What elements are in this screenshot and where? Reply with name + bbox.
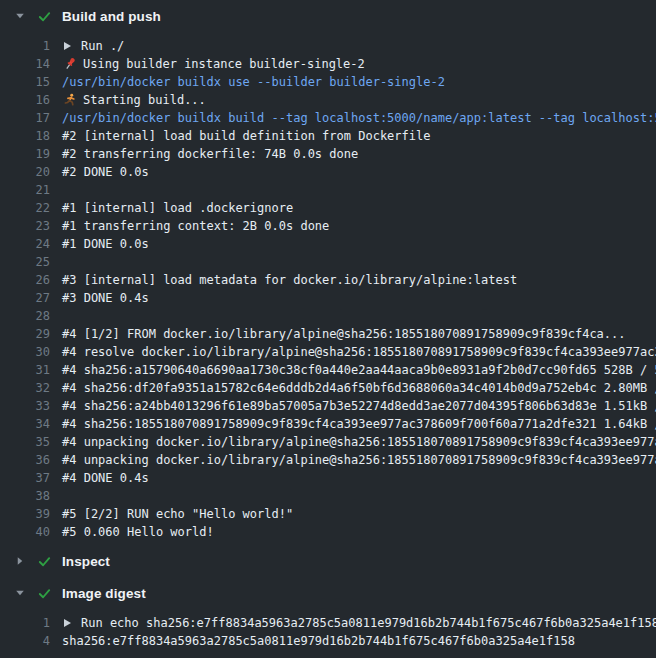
- log-line: 18#2 [internal] load build definition fr…: [0, 127, 656, 145]
- line-number[interactable]: 22: [0, 199, 62, 217]
- line-number[interactable]: 14: [0, 55, 62, 73]
- log-line: 1Run ./: [0, 37, 656, 55]
- log-line: 26#3 [internal] load metadata for docker…: [0, 271, 656, 289]
- check-icon: [36, 553, 52, 569]
- log-line: 27#3 DONE 0.4s: [0, 289, 656, 307]
- check-icon: [36, 8, 52, 24]
- line-number[interactable]: 1: [0, 37, 62, 55]
- chevron-down-icon: [12, 8, 28, 24]
- log-text: #3 [internal] load metadata for docker.i…: [62, 271, 517, 289]
- line-number[interactable]: 31: [0, 361, 62, 379]
- log-text: #1 transferring context: 2B 0.0s done: [62, 217, 329, 235]
- play-arrow-icon[interactable]: [62, 41, 73, 52]
- line-number[interactable]: 36: [0, 451, 62, 469]
- line-number[interactable]: 15: [0, 73, 62, 91]
- line-number[interactable]: 30: [0, 343, 62, 361]
- line-number[interactable]: 38: [0, 487, 62, 505]
- line-number[interactable]: 27: [0, 289, 62, 307]
- log-line: 19#2 transferring dockerfile: 74B 0.0s d…: [0, 145, 656, 163]
- log-line: 32#4 sha256:df20fa9351a15782c64e6dddb2d4…: [0, 379, 656, 397]
- line-number[interactable]: 20: [0, 163, 62, 181]
- log-line: 25: [0, 253, 656, 271]
- play-arrow-icon[interactable]: [62, 618, 73, 629]
- log-text: #2 [internal] load build definition from…: [62, 127, 430, 145]
- section-header[interactable]: Inspect: [0, 545, 656, 577]
- log-line: 33#4 sha256:a24bb4013296f61e89ba57005a7b…: [0, 397, 656, 415]
- log-text: #1 DONE 0.0s: [62, 235, 149, 253]
- log-text: #4 sha256:a15790640a6690aa1730c38cf0a440…: [62, 361, 656, 379]
- line-number[interactable]: 21: [0, 181, 62, 199]
- line-number[interactable]: 23: [0, 217, 62, 235]
- line-number[interactable]: 28: [0, 307, 62, 325]
- log-text: #5 0.060 Hello world!: [62, 523, 214, 541]
- log-text: #5 [2/2] RUN echo "Hello world!": [62, 505, 293, 523]
- line-number[interactable]: 39: [0, 505, 62, 523]
- log-line: 22#1 [internal] load .dockerignore: [0, 199, 656, 217]
- line-number[interactable]: 40: [0, 523, 62, 541]
- runner-icon: [62, 93, 77, 108]
- log-text: #1 [internal] load .dockerignore: [62, 199, 293, 217]
- line-number[interactable]: 24: [0, 235, 62, 253]
- log-line: 20#2 DONE 0.0s: [0, 163, 656, 181]
- line-number[interactable]: 29: [0, 325, 62, 343]
- section-title: Image digest: [62, 586, 146, 601]
- line-number[interactable]: 1: [0, 614, 62, 632]
- log-line: 40#5 0.060 Hello world!: [0, 523, 656, 541]
- log-text: #4 sha256:185518070891758909c9f839cf4ca3…: [62, 415, 656, 433]
- check-icon: [36, 585, 52, 601]
- log-text: #3 DONE 0.4s: [62, 289, 149, 307]
- log-line: 35#4 unpacking docker.io/library/alpine@…: [0, 433, 656, 451]
- log-lines: 1Run ./14Using builder instance builder-…: [0, 32, 656, 545]
- line-number[interactable]: 4: [0, 632, 62, 650]
- log-section: Image digest1Run echo sha256:e7ff8834a59…: [0, 577, 656, 654]
- line-number[interactable]: 26: [0, 271, 62, 289]
- line-number[interactable]: 16: [0, 91, 62, 109]
- workflow-log-viewer: Build and push1Run ./14Using builder ins…: [0, 0, 656, 658]
- log-section: Build and push1Run ./14Using builder ins…: [0, 0, 656, 545]
- log-line: 16Starting build...: [0, 91, 656, 109]
- line-number[interactable]: 18: [0, 127, 62, 145]
- log-line: 14Using builder instance builder-single-…: [0, 55, 656, 73]
- log-line: 38: [0, 487, 656, 505]
- log-line: 21: [0, 181, 656, 199]
- line-number[interactable]: 35: [0, 433, 62, 451]
- line-number[interactable]: 25: [0, 253, 62, 271]
- log-section: Inspect: [0, 545, 656, 577]
- log-text: #4 unpacking docker.io/library/alpine@sh…: [62, 433, 656, 451]
- log-line: 23#1 transferring context: 2B 0.0s done: [0, 217, 656, 235]
- log-line: 4sha256:e7ff8834a5963a2785c5a0811e979d16…: [0, 632, 656, 650]
- log-text: Run ./: [81, 37, 124, 55]
- log-text: #4 sha256:df20fa9351a15782c64e6dddb2d4a6…: [62, 379, 656, 397]
- pushpin-icon: [62, 57, 77, 72]
- log-line: 30#4 resolve docker.io/library/alpine@sh…: [0, 343, 656, 361]
- log-line: 31#4 sha256:a15790640a6690aa1730c38cf0a4…: [0, 361, 656, 379]
- log-text: /usr/bin/docker buildx build --tag local…: [62, 109, 656, 127]
- log-line: 39#5 [2/2] RUN echo "Hello world!": [0, 505, 656, 523]
- log-text: #4 [1/2] FROM docker.io/library/alpine@s…: [62, 325, 626, 343]
- log-line: 37#4 DONE 0.4s: [0, 469, 656, 487]
- log-text: Starting build...: [83, 91, 206, 109]
- section-title: Inspect: [62, 554, 110, 569]
- log-text: #4 unpacking docker.io/library/alpine@sh…: [62, 451, 656, 469]
- chevron-down-icon: [12, 585, 28, 601]
- log-text: #4 sha256:a24bb4013296f61e89ba57005a7b3e…: [62, 397, 656, 415]
- chevron-right-icon: [12, 553, 28, 569]
- section-title: Build and push: [62, 9, 161, 24]
- section-header[interactable]: Image digest: [0, 577, 656, 609]
- log-line: 24#1 DONE 0.0s: [0, 235, 656, 253]
- log-text: Run echo sha256:e7ff8834a5963a2785c5a081…: [81, 614, 656, 632]
- line-number[interactable]: 34: [0, 415, 62, 433]
- line-number[interactable]: 32: [0, 379, 62, 397]
- line-number[interactable]: 33: [0, 397, 62, 415]
- log-lines: 1Run echo sha256:e7ff8834a5963a2785c5a08…: [0, 609, 656, 654]
- log-line: 29#4 [1/2] FROM docker.io/library/alpine…: [0, 325, 656, 343]
- log-text: #2 DONE 0.0s: [62, 163, 149, 181]
- log-text: #4 resolve docker.io/library/alpine@sha2…: [62, 343, 656, 361]
- log-text: Using builder instance builder-single-2: [83, 55, 365, 73]
- section-header[interactable]: Build and push: [0, 0, 656, 32]
- line-number[interactable]: 37: [0, 469, 62, 487]
- log-text: sha256:e7ff8834a5963a2785c5a0811e979d16b…: [62, 632, 575, 650]
- log-line: 1Run echo sha256:e7ff8834a5963a2785c5a08…: [0, 614, 656, 632]
- line-number[interactable]: 19: [0, 145, 62, 163]
- line-number[interactable]: 17: [0, 109, 62, 127]
